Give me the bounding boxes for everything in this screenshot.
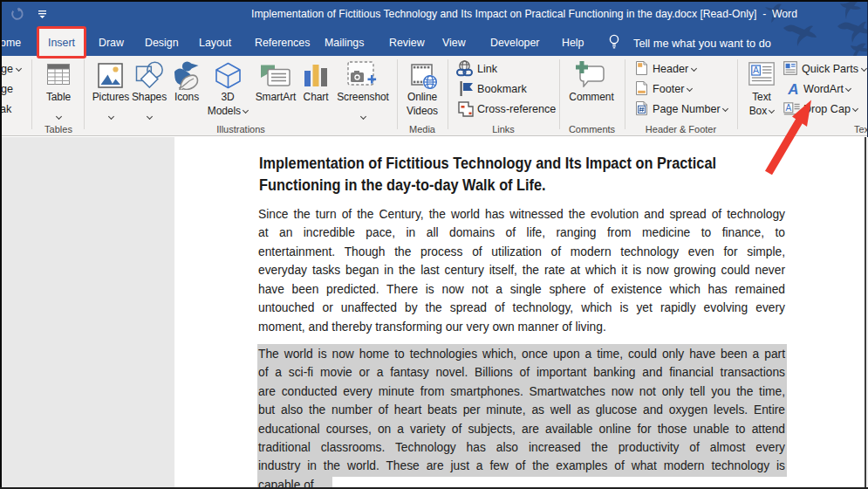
svg-text:A: A bbox=[753, 65, 759, 75]
